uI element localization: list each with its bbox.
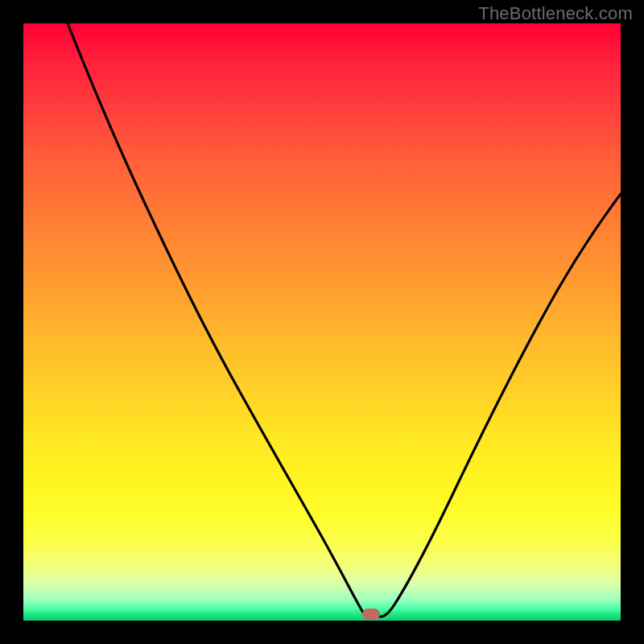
optimal-marker	[362, 609, 380, 620]
chart-frame: TheBottleneck.com	[0, 0, 644, 644]
curve-path	[68, 23, 621, 617]
plot-area	[23, 23, 621, 621]
bottleneck-curve	[23, 23, 621, 621]
watermark-label: TheBottleneck.com	[478, 3, 633, 24]
